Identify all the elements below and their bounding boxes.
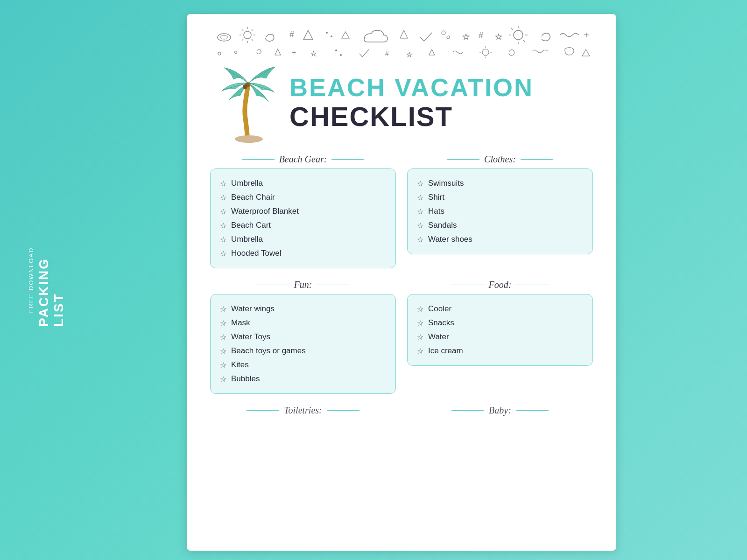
section-box-beach-gear: ☆Umbrella☆Beach Chair☆Waterproof Blanket…: [210, 168, 396, 268]
svg-point-0: [218, 34, 231, 41]
svg-point-22: [514, 30, 523, 40]
checklist-item[interactable]: ☆Beach Cart: [220, 218, 386, 232]
checklist-item-label: Water wings: [231, 304, 275, 314]
checklist-item[interactable]: ☆Swimsuits: [417, 176, 583, 190]
checklist-item[interactable]: ☆Ice cream: [417, 344, 583, 358]
checklist-item[interactable]: ☆Umbrella: [220, 232, 386, 246]
main-card: # ☆ # ☆: [187, 14, 616, 551]
star-icon: ☆: [417, 319, 423, 328]
svg-line-10: [242, 39, 243, 41]
checklist-item[interactable]: ☆Water Toys: [220, 330, 386, 344]
checklist-item-label: Beach toys or games: [231, 346, 306, 356]
star-icon: ☆: [417, 305, 423, 314]
checklist-item[interactable]: ☆Umbrella: [220, 176, 386, 190]
checklist-item[interactable]: ☆Beach Chair: [220, 190, 386, 204]
doodle-decoration: # ☆ # ☆: [210, 23, 593, 61]
checklist-item[interactable]: ☆Hats: [417, 204, 583, 218]
section-title-row: Beach Gear:: [210, 154, 396, 165]
checklist-item[interactable]: ☆Cooler: [417, 302, 583, 316]
checklist-item[interactable]: ☆Water: [417, 330, 583, 344]
star-icon: ☆: [417, 221, 423, 230]
checklist-item-label: Umbrella: [231, 179, 263, 188]
svg-point-36: [340, 54, 342, 56]
svg-text:☆: ☆: [310, 49, 317, 57]
checklist-grid: Beach Gear:☆Umbrella☆Beach Chair☆Waterpr…: [210, 154, 593, 394]
section-title-text: Beach Gear:: [279, 154, 327, 165]
svg-point-46: [235, 135, 263, 143]
star-icon: ☆: [220, 207, 226, 216]
checklist-item[interactable]: ☆Bubbles: [220, 372, 386, 386]
section-line-left: [451, 285, 484, 286]
checklist-item[interactable]: ☆Sandals: [417, 218, 583, 232]
svg-text:#: #: [385, 50, 389, 57]
star-icon: ☆: [417, 333, 423, 342]
section-line-left: [451, 410, 484, 411]
svg-line-28: [523, 40, 525, 42]
star-icon: ☆: [220, 193, 226, 202]
svg-point-52: [243, 84, 247, 89]
section-line-left: [242, 159, 275, 160]
star-icon: ☆: [220, 361, 226, 370]
checklist-item[interactable]: ☆Mask: [220, 316, 386, 330]
checklist-item[interactable]: ☆Snacks: [417, 316, 583, 330]
checklist-item[interactable]: ☆Shirt: [417, 190, 583, 204]
checklist-item-label: Water: [428, 332, 449, 342]
svg-point-40: [482, 49, 489, 56]
svg-text:#: #: [479, 31, 483, 40]
section-line-right: [516, 285, 549, 286]
checklist-item-label: Sandals: [428, 221, 457, 230]
svg-point-2: [244, 31, 251, 39]
section-line-right: [516, 410, 549, 411]
checklist-item-label: Bubbles: [231, 374, 260, 384]
checklist-item-label: Kites: [231, 360, 249, 370]
checklist-item-label: Ice cream: [428, 346, 463, 356]
svg-point-30: [218, 52, 221, 55]
svg-point-35: [335, 49, 337, 51]
section-line-right: [317, 285, 349, 286]
checklist-item-label: Water Toys: [231, 332, 270, 342]
star-icon: ☆: [220, 305, 226, 314]
bottom-section: Baby:: [407, 405, 593, 420]
checklist-item-label: Shirt: [428, 193, 444, 202]
checklist-item-label: Swimsuits: [428, 179, 464, 188]
svg-marker-32: [275, 49, 281, 55]
checklist-item[interactable]: ☆Waterproof Blanket: [220, 204, 386, 218]
section-line-left: [447, 159, 479, 160]
svg-text:+: +: [292, 49, 296, 56]
star-icon: ☆: [220, 333, 226, 342]
section-food: Food:☆Cooler☆Snacks☆Water☆Ice cream: [407, 280, 593, 394]
checklist-item-label: Umbrella: [231, 235, 263, 244]
packing-list-label: PACKING LIST: [36, 233, 66, 327]
checklist-item-label: Snacks: [428, 318, 454, 328]
section-title-row: Clothes:: [407, 154, 593, 165]
star-icon: ☆: [417, 347, 423, 356]
title-beach: BEACH VACATION: [289, 74, 534, 101]
star-icon: ☆: [220, 319, 226, 328]
svg-point-1: [220, 35, 228, 39]
svg-point-17: [442, 31, 445, 35]
svg-text:#: #: [289, 30, 294, 39]
svg-line-27: [511, 28, 513, 30]
section-box-clothes: ☆Swimsuits☆Shirt☆Hats☆Sandals☆Water shoe…: [407, 168, 593, 254]
checklist-item-label: Beach Cart: [231, 221, 271, 230]
bottom-title-row: Toiletries:: [210, 405, 396, 416]
checklist-item[interactable]: ☆Beach toys or games: [220, 344, 386, 358]
svg-line-8: [252, 39, 253, 41]
checklist-item[interactable]: ☆Water shoes: [417, 232, 583, 246]
svg-line-9: [252, 29, 253, 31]
svg-marker-12: [303, 30, 313, 40]
svg-point-14: [331, 35, 332, 37]
svg-marker-16: [400, 30, 408, 38]
svg-text:☆: ☆: [495, 32, 502, 42]
section-title-row: Fun:: [210, 280, 396, 290]
checklist-item-label: Mask: [231, 318, 250, 328]
svg-point-18: [447, 36, 450, 39]
checklist-item[interactable]: ☆Kites: [220, 358, 386, 372]
svg-text:+: +: [584, 30, 589, 40]
star-icon: ☆: [220, 221, 226, 230]
star-icon: ☆: [417, 179, 423, 188]
free-download-label: FREE DOWNLOAD: [28, 247, 35, 313]
checklist-item[interactable]: ☆Hooded Towel: [220, 246, 386, 260]
svg-line-47: [226, 69, 248, 83]
checklist-item[interactable]: ☆Water wings: [220, 302, 386, 316]
